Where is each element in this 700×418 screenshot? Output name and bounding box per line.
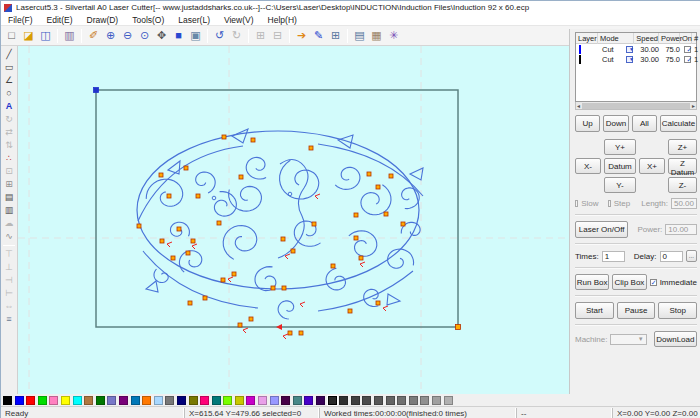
palette-swatch[interactable] [84, 396, 93, 405]
palette-swatch[interactable] [281, 396, 290, 405]
run-box-button[interactable]: Run Box [575, 274, 609, 290]
array-copy-tool-icon[interactable]: ⊞ [3, 178, 16, 191]
power-field[interactable]: 10.00 [665, 224, 697, 235]
z-plus-button[interactable]: Z+ [668, 139, 697, 155]
layer-table[interactable]: Layer Mode Speed Power On # Cut▼30.0075.… [575, 32, 697, 102]
palette-swatch[interactable] [432, 396, 441, 405]
palette-swatch[interactable] [362, 396, 371, 405]
palette-swatch[interactable] [200, 396, 209, 405]
mode-dropdown-icon[interactable]: ▼ [626, 56, 633, 63]
palette-swatch[interactable] [61, 396, 70, 405]
delay-more-button[interactable]: ... [686, 250, 697, 262]
palette-swatch[interactable] [420, 396, 429, 405]
print-icon[interactable]: ▥ [62, 28, 77, 43]
datum-button[interactable]: Datum [604, 158, 636, 174]
undo-icon[interactable]: ↺ [212, 28, 227, 43]
hatch-dark-tool-icon[interactable]: ▤ [3, 191, 16, 204]
palette-swatch[interactable] [26, 396, 35, 405]
menu-item-tools[interactable]: Tools(O) [125, 15, 171, 25]
zoom-extent-icon[interactable]: ⊙ [137, 28, 152, 43]
palette-swatch[interactable] [223, 396, 232, 405]
palette-swatch[interactable] [38, 396, 47, 405]
all-button[interactable]: All [632, 115, 657, 132]
layer-color-swatch[interactable] [579, 45, 581, 54]
x-minus-button[interactable]: X- [575, 158, 601, 174]
clip-box-button[interactable]: Clip Box [612, 274, 646, 290]
preview-icon[interactable]: ▤ [352, 28, 367, 43]
palette-swatch[interactable] [328, 396, 337, 405]
menu-item-help[interactable]: Help(H) [261, 15, 304, 25]
line-tool-icon[interactable]: ╱ [3, 48, 16, 61]
length-field[interactable]: 50.00 [671, 198, 697, 209]
x-plus-button[interactable]: X+ [639, 158, 665, 174]
mode-dropdown-icon[interactable]: ▼ [626, 46, 633, 53]
palette-swatch[interactable] [49, 396, 58, 405]
start-button[interactable]: Start [575, 302, 614, 319]
download-button[interactable]: DownLoad [654, 331, 697, 347]
palette-swatch[interactable] [444, 396, 453, 405]
slow-checkbox[interactable] [575, 200, 578, 207]
layer-row[interactable]: Cut▼30.0075.0✓1 [576, 44, 696, 54]
menu-item-laser[interactable]: Laser(L) [171, 15, 217, 25]
palette-swatch[interactable] [154, 396, 163, 405]
down-button[interactable]: Down [603, 115, 628, 132]
menu-item-view[interactable]: View(V) [217, 15, 261, 25]
palette-swatch[interactable] [131, 396, 140, 405]
palette-swatch[interactable] [339, 396, 348, 405]
times-field[interactable]: 1 [602, 251, 625, 262]
palette-swatch[interactable] [246, 396, 255, 405]
node-edit-tool-icon[interactable]: ∴ [3, 152, 16, 165]
layer-color-swatch[interactable] [579, 55, 581, 64]
settings-icon[interactable]: ✳ [386, 28, 401, 43]
palette-swatch[interactable] [189, 396, 198, 405]
layer-on-checkbox[interactable]: ✓ [684, 56, 691, 63]
z-datum-button[interactable]: Z Datum [668, 158, 697, 174]
palette-swatch[interactable] [3, 396, 12, 405]
zoom-out-icon[interactable]: ⊖ [120, 28, 135, 43]
palette-swatch[interactable] [107, 396, 116, 405]
new-icon[interactable]: □ [4, 28, 19, 43]
array-icon[interactable]: ⊞ [328, 28, 343, 43]
menu-item-draw[interactable]: Draw(D) [80, 15, 126, 25]
knife-icon[interactable]: ✐ [86, 28, 101, 43]
palette-swatch[interactable] [304, 396, 313, 405]
layer-order-tool-icon[interactable]: ≡ [3, 313, 16, 326]
rectangle-tool-icon[interactable]: ▭ [3, 61, 16, 74]
palette-swatch[interactable] [293, 396, 302, 405]
palette-swatch[interactable] [96, 396, 105, 405]
immediate-checkbox[interactable]: ✓ [650, 279, 657, 286]
scroll-right-icon[interactable]: ► [691, 103, 696, 109]
hatch-tool-icon[interactable]: ▥ [3, 204, 16, 217]
palette-swatch[interactable] [258, 396, 267, 405]
wave-tool-icon[interactable]: ∿ [3, 230, 16, 243]
palette-swatch[interactable] [73, 396, 82, 405]
open-icon[interactable]: ◪ [21, 28, 36, 43]
menu-item-edit[interactable]: Edit(E) [40, 15, 80, 25]
palette-swatch[interactable] [165, 396, 174, 405]
y-minus-button[interactable]: Y- [604, 177, 636, 193]
palette-swatch[interactable] [409, 396, 418, 405]
save-icon[interactable]: ◫ [38, 28, 53, 43]
palette-swatch[interactable] [316, 396, 325, 405]
palette-swatch[interactable] [374, 396, 383, 405]
y-plus-button[interactable]: Y+ [604, 139, 636, 155]
menu-item-file[interactable]: File(F) [1, 15, 40, 25]
z-minus-button[interactable]: Z- [668, 177, 697, 193]
canvas-drawing[interactable] [18, 46, 569, 394]
layer-table-scrollbar[interactable]: ◄ ► [575, 102, 697, 110]
palette-swatch[interactable] [212, 396, 221, 405]
layer-row[interactable]: Cut▼30.0075.0✓1 [576, 54, 696, 64]
palette-swatch[interactable] [270, 396, 279, 405]
scroll-left-icon[interactable]: ◄ [576, 103, 581, 109]
pause-button[interactable]: Pause [617, 302, 656, 319]
palette-swatch[interactable] [351, 396, 360, 405]
palette-swatch[interactable] [235, 396, 244, 405]
delay-field[interactable]: 0 [660, 251, 683, 262]
laser-onoff-button[interactable]: Laser On/Off [575, 221, 628, 238]
step-checkbox[interactable] [608, 200, 611, 207]
up-button[interactable]: Up [575, 115, 600, 132]
pan-icon[interactable]: ✥ [154, 28, 169, 43]
pen-icon[interactable]: ✎ [311, 28, 326, 43]
palette-swatch[interactable] [397, 396, 406, 405]
drawing-canvas[interactable] [18, 46, 569, 394]
